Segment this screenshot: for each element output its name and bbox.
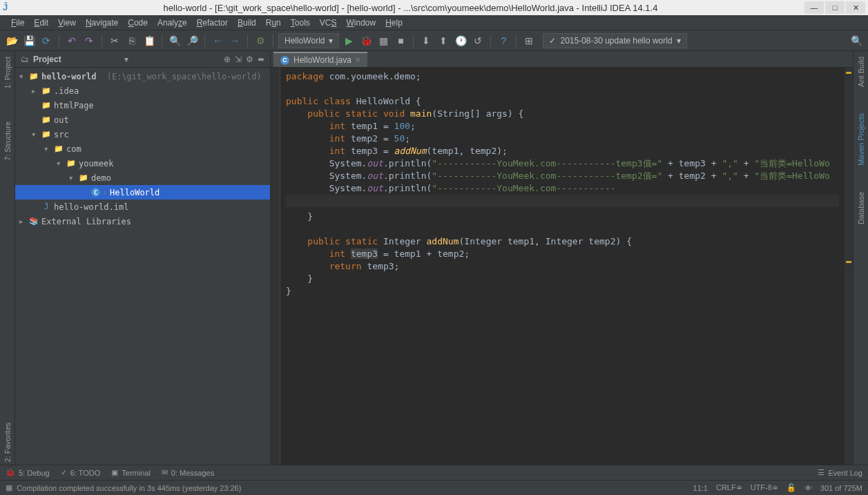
tree-demo[interactable]: ▼📁demo xyxy=(15,171,270,185)
bottom-tool-tabs: 🐞5: Debug ✓6: TODO ▣Terminal ✉0: Message… xyxy=(0,465,868,480)
project-tree[interactable]: ▼📁 hello-world (E:\git_work_space\hello-… xyxy=(15,68,270,465)
menu-analyze[interactable]: Analyze xyxy=(153,17,191,29)
right-tool-gutter: Ant Build Maven Projects Database xyxy=(853,51,868,465)
window-title: hello-world - [E:\git_work_space\hello-w… xyxy=(18,3,803,13)
toolbar: 📂 💾 ⟳ ↶ ↷ ✂ ⎘ 📋 🔍 🔎 ← → ⚙ HelloWorld ▾ ▶… xyxy=(0,30,868,51)
menu-build[interactable]: Build xyxy=(233,17,260,29)
menu-view[interactable]: View xyxy=(54,17,80,29)
gear-icon[interactable]: ⚙ xyxy=(246,55,253,64)
undo-icon[interactable]: ↶ xyxy=(64,33,79,48)
gutter-database[interactable]: Database xyxy=(857,189,865,227)
gutter-structure[interactable]: 7: Structure xyxy=(3,119,12,164)
tree-com[interactable]: ▼📁com xyxy=(15,142,270,156)
chevron-down-icon: ▾ xyxy=(329,36,333,46)
run-config-label: HelloWorld xyxy=(284,36,325,46)
close-tab-icon[interactable]: × xyxy=(356,55,360,65)
tree-src[interactable]: ▼📁src xyxy=(15,127,270,142)
paste-icon[interactable]: 📋 xyxy=(142,33,157,48)
menu-navigate[interactable]: Navigate xyxy=(81,17,122,29)
app-icon: Ĵ xyxy=(3,2,14,13)
tree-helloworld[interactable]: C↑HelloWorld xyxy=(15,185,270,200)
code-editor[interactable]: package com.youmeek.demo;public class He… xyxy=(280,68,845,465)
left-tool-gutter: 1: Project 7: Structure 2: Favorites xyxy=(0,51,15,465)
forward-icon[interactable]: → xyxy=(227,33,242,48)
maximize-button[interactable]: □ xyxy=(825,1,845,14)
find-icon[interactable]: 🔍 xyxy=(167,33,182,48)
tab-messages[interactable]: ✉0: Messages xyxy=(162,468,214,477)
project-panel: 🗂 Project ▾ ⊕ ⇲ ⚙ ⬌ ▼📁 hello-world (E:\g… xyxy=(15,51,271,465)
menu-edit[interactable]: Edit xyxy=(30,17,52,29)
tree-youmeek[interactable]: ▼📁youmeek xyxy=(15,156,270,171)
line-separator[interactable]: CRLF≑ xyxy=(716,483,742,492)
chevron-down-icon[interactable]: ▾ xyxy=(124,55,128,64)
lock-icon[interactable]: 🔓 xyxy=(787,483,796,492)
inspection-icon[interactable]: 👁 xyxy=(804,484,812,492)
stop-icon[interactable]: ■ xyxy=(393,33,408,48)
marker-bar[interactable] xyxy=(845,68,853,465)
menu-tools[interactable]: Tools xyxy=(287,17,314,29)
vcs-update-icon[interactable]: ⬇ xyxy=(418,33,434,48)
copy-icon[interactable]: ⎘ xyxy=(124,33,139,48)
menubar: File Edit View Navigate Code Analyze Ref… xyxy=(0,15,868,30)
run-icon[interactable]: ▶ xyxy=(341,33,356,48)
status-bar: ▦ Compilation completed successfully in … xyxy=(0,480,868,495)
structure-icon[interactable]: ⊞ xyxy=(521,33,537,48)
save-icon[interactable]: 💾 xyxy=(21,33,37,48)
build-icon[interactable]: ⚙ xyxy=(253,33,268,48)
panel-title: Project xyxy=(33,55,120,64)
tab-terminal[interactable]: ▣Terminal xyxy=(111,468,151,477)
tree-out[interactable]: 📁out xyxy=(15,113,270,127)
tree-htmlpage[interactable]: 📁htmlPage xyxy=(15,98,270,113)
search-icon[interactable]: 🔍 xyxy=(849,33,864,48)
gutter-favorites[interactable]: 2: Favorites xyxy=(3,420,12,465)
menu-code[interactable]: Code xyxy=(124,17,152,29)
branch-icon: ✓ xyxy=(549,36,556,46)
menu-run[interactable]: Run xyxy=(262,17,285,29)
gutter-project[interactable]: 1: Project xyxy=(3,54,12,91)
tree-root[interactable]: ▼📁 hello-world (E:\git_work_space\hello-… xyxy=(15,69,270,84)
menu-window[interactable]: Window xyxy=(342,17,380,29)
file-encoding[interactable]: UTF-8≑ xyxy=(751,483,778,492)
debug-icon[interactable]: 🐞 xyxy=(358,33,374,48)
vcs-history-icon[interactable]: 🕐 xyxy=(453,33,468,48)
hide-icon[interactable]: ⬌ xyxy=(258,55,264,64)
status-window-icon[interactable]: ▦ xyxy=(6,483,12,492)
tree-idea[interactable]: ▶📁.idea xyxy=(15,84,270,98)
vcs-revert-icon[interactable]: ↺ xyxy=(470,33,485,48)
tab-todo[interactable]: ✓6: TODO xyxy=(61,468,101,477)
tab-eventlog[interactable]: ☰Event Log xyxy=(818,468,862,477)
menu-file[interactable]: File xyxy=(7,17,28,29)
project-icon: 🗂 xyxy=(21,55,29,64)
menu-refactor[interactable]: Refactor xyxy=(193,17,232,29)
vcs-commit-icon[interactable]: ⬆ xyxy=(436,33,451,48)
editor-gutter xyxy=(271,68,280,465)
tree-external[interactable]: ▶📚External Libraries xyxy=(15,214,270,229)
status-message: Compilation completed successfully in 3s… xyxy=(17,484,693,492)
menu-vcs[interactable]: VCS xyxy=(316,17,341,29)
run-config-dropdown[interactable]: HelloWorld ▾ xyxy=(278,33,339,48)
open-icon[interactable]: 📂 xyxy=(4,33,19,48)
close-button[interactable]: ✕ xyxy=(846,1,865,14)
back-icon[interactable]: ← xyxy=(210,33,225,48)
coverage-icon[interactable]: ▦ xyxy=(376,33,391,48)
chevron-down-icon: ▾ xyxy=(677,36,681,46)
scroll-from-icon[interactable]: ⇲ xyxy=(235,55,242,64)
vcs-branch-dropdown[interactable]: ✓ 2015-08-30 update hello world ▾ xyxy=(543,33,686,48)
caret-position: 11:1 xyxy=(693,484,708,492)
cut-icon[interactable]: ✂ xyxy=(107,33,122,48)
replace-icon[interactable]: 🔎 xyxy=(184,33,200,48)
titlebar: Ĵ hello-world - [E:\git_work_space\hello… xyxy=(0,0,868,15)
gutter-maven[interactable]: Maven Projects xyxy=(857,110,865,168)
gutter-ant[interactable]: Ant Build xyxy=(857,54,865,90)
collapse-icon[interactable]: ⊕ xyxy=(224,55,231,64)
help-icon[interactable]: ? xyxy=(496,33,511,48)
sync-icon[interactable]: ⟳ xyxy=(39,33,54,48)
tree-iml[interactable]: Ĵhello-world.iml xyxy=(15,200,270,214)
redo-icon[interactable]: ↷ xyxy=(81,33,97,48)
editor-tab[interactable]: C HelloWorld.java × xyxy=(273,52,367,67)
tab-debug[interactable]: 🐞5: Debug xyxy=(6,468,50,477)
memory-indicator[interactable]: 301 of 725M xyxy=(820,484,862,492)
menu-help[interactable]: Help xyxy=(381,17,407,29)
minimize-button[interactable]: — xyxy=(804,1,824,14)
vcs-message: 2015-08-30 update hello world xyxy=(560,36,672,46)
